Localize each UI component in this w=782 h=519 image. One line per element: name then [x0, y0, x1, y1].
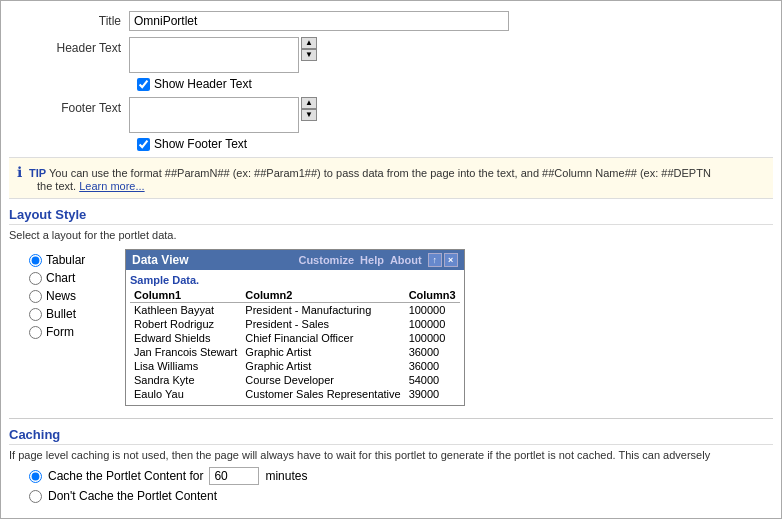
learn-more-link[interactable]: Learn more...	[79, 180, 144, 192]
cache-minutes-unit: minutes	[265, 469, 307, 483]
tip-icon: ℹ	[17, 164, 22, 180]
table-cell: President - Manufacturing	[241, 303, 404, 318]
table-cell: Chief Financial Officer	[241, 331, 404, 345]
table-cell: Edward Shields	[130, 331, 241, 345]
footer-scroll-down[interactable]: ▼	[301, 109, 317, 121]
radio-chart: Chart	[29, 271, 109, 285]
table-cell: 39000	[405, 387, 460, 401]
cache-minutes-input[interactable]	[209, 467, 259, 485]
data-view-panel: Data View Customize Help About ↑ × Sampl…	[125, 249, 465, 406]
footer-scroll-buttons: ▲ ▼	[301, 97, 317, 121]
help-link[interactable]: Help	[360, 254, 384, 266]
table-row: Sandra KyteCourse Developer54000	[130, 373, 460, 387]
table-cell: 54000	[405, 373, 460, 387]
layout-content: Tabular Chart News Bullet Form	[9, 249, 773, 406]
about-link[interactable]: About	[390, 254, 422, 266]
footer-textarea-wrapper: ▲ ▼	[129, 97, 317, 133]
layout-style-desc: Select a layout for the portlet data.	[9, 229, 773, 241]
radio-tabular: Tabular	[29, 253, 109, 267]
customize-link[interactable]: Customize	[298, 254, 354, 266]
tip-section: ℹ TIP You can use the format ##ParamN## …	[9, 157, 773, 199]
title-input[interactable]	[129, 11, 509, 31]
radio-form-label: Form	[46, 325, 74, 339]
close-icon[interactable]: ×	[444, 253, 458, 267]
table-cell: 100000	[405, 331, 460, 345]
cache-option2-label: Don't Cache the Portlet Content	[48, 489, 217, 503]
main-container: Title Header Text ▲ ▼ Show Header Text F…	[1, 1, 781, 513]
show-header-label: Show Header Text	[154, 77, 252, 91]
header-scroll-down[interactable]: ▼	[301, 49, 317, 61]
cache-option1-radio[interactable]	[29, 470, 42, 483]
radio-bullet-label: Bullet	[46, 307, 76, 321]
radio-tabular-input[interactable]	[29, 254, 42, 267]
table-cell: Sandra Kyte	[130, 373, 241, 387]
radio-form: Form	[29, 325, 109, 339]
table-cell: 100000	[405, 317, 460, 331]
col2-header: Column2	[241, 288, 404, 303]
table-cell: Graphic Artist	[241, 345, 404, 359]
table-cell: Graphic Artist	[241, 359, 404, 373]
table-cell: 100000	[405, 303, 460, 318]
table-cell: Robert Rodriguz	[130, 317, 241, 331]
footer-scroll-up[interactable]: ▲	[301, 97, 317, 109]
table-cell: Jan Francois Stewart	[130, 345, 241, 359]
table-cell: President - Sales	[241, 317, 404, 331]
cache-option2-radio[interactable]	[29, 490, 42, 503]
table-row: Eaulo YauCustomer Sales Representative39…	[130, 387, 460, 401]
data-view-title: Data View	[132, 253, 188, 267]
radio-chart-label: Chart	[46, 271, 75, 285]
header-scroll-buttons: ▲ ▼	[301, 37, 317, 61]
table-row: Kathleen BayyatPresident - Manufacturing…	[130, 303, 460, 318]
data-view-header: Data View Customize Help About ↑ ×	[126, 250, 464, 270]
table-row: Lisa WilliamsGraphic Artist36000	[130, 359, 460, 373]
data-view-body: Sample Data. Column1 Column2 Column3 Kat…	[126, 270, 464, 405]
table-cell: Eaulo Yau	[130, 387, 241, 401]
radio-news: News	[29, 289, 109, 303]
title-row: Title	[9, 11, 773, 31]
table-cell: Course Developer	[241, 373, 404, 387]
radio-bullet-input[interactable]	[29, 308, 42, 321]
cache-option1-row: Cache the Portlet Content for minutes	[29, 467, 773, 485]
title-label: Title	[9, 14, 129, 28]
sample-data-label: Sample Data.	[130, 274, 460, 286]
cache-option2-row: Don't Cache the Portlet Content	[29, 489, 773, 503]
show-footer-row: Show Footer Text	[9, 137, 773, 151]
show-header-row: Show Header Text	[9, 77, 773, 91]
header-scroll-up[interactable]: ▲	[301, 37, 317, 49]
col3-header: Column3	[405, 288, 460, 303]
radio-news-input[interactable]	[29, 290, 42, 303]
caching-section: Caching If page level caching is not use…	[9, 418, 773, 503]
tip-continuation: the text.	[17, 180, 79, 192]
radio-form-input[interactable]	[29, 326, 42, 339]
table-row: Edward ShieldsChief Financial Officer100…	[130, 331, 460, 345]
radio-bullet: Bullet	[29, 307, 109, 321]
tip-label: TIP	[29, 167, 46, 179]
cache-options: Cache the Portlet Content for minutes Do…	[9, 467, 773, 503]
table-row: Robert RodriguzPresident - Sales100000	[130, 317, 460, 331]
show-footer-checkbox[interactable]	[137, 138, 150, 151]
table-cell: 36000	[405, 359, 460, 373]
table-header-row: Column1 Column2 Column3	[130, 288, 460, 303]
col1-header: Column1	[130, 288, 241, 303]
footer-text-input[interactable]	[129, 97, 299, 133]
data-table-body: Kathleen BayyatPresident - Manufacturing…	[130, 303, 460, 402]
header-text-row: Header Text ▲ ▼	[9, 37, 773, 75]
cache-option1-label: Cache the Portlet Content for	[48, 469, 203, 483]
radio-chart-input[interactable]	[29, 272, 42, 285]
show-header-checkbox[interactable]	[137, 78, 150, 91]
table-row: Jan Francois StewartGraphic Artist36000	[130, 345, 460, 359]
footer-text-label: Footer Text	[9, 97, 129, 115]
header-textarea-wrapper: ▲ ▼	[129, 37, 317, 73]
table-cell: Kathleen Bayyat	[130, 303, 241, 318]
data-view-icons: ↑ ×	[428, 253, 458, 267]
table-cell: Lisa Williams	[130, 359, 241, 373]
show-footer-label: Show Footer Text	[154, 137, 247, 151]
radio-news-label: News	[46, 289, 76, 303]
radio-tabular-label: Tabular	[46, 253, 85, 267]
data-view-actions: Customize Help About ↑ ×	[298, 253, 457, 267]
header-text-input[interactable]	[129, 37, 299, 73]
footer-text-row: Footer Text ▲ ▼	[9, 97, 773, 135]
layout-radio-group: Tabular Chart News Bullet Form	[29, 249, 109, 406]
move-icon[interactable]: ↑	[428, 253, 442, 267]
table-cell: 36000	[405, 345, 460, 359]
